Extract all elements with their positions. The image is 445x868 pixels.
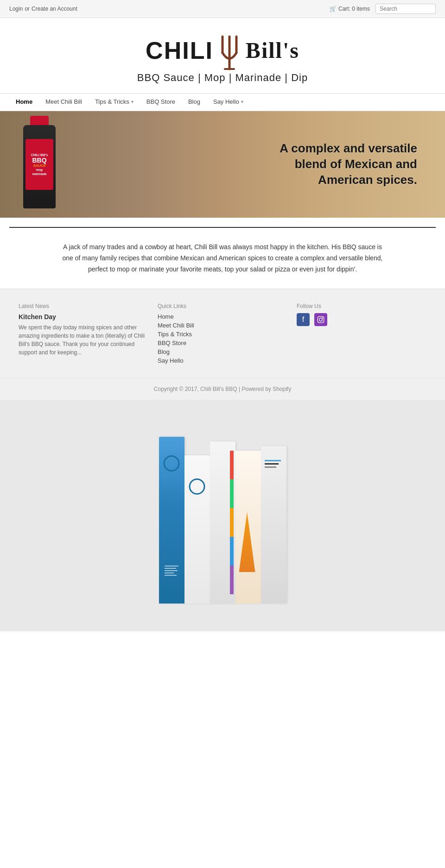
top-bar-right: 🛒 Cart: 0 items — [330, 4, 436, 14]
divider — [9, 227, 436, 228]
hero-tagline-line2: blend of Mexican and — [280, 157, 417, 172]
hero-banner: CHILI Bill's BBQ SAUCE mop marinade A co… — [0, 111, 445, 218]
copyright: Copyright © 2017, Chili Bill's BBQ | Pow… — [0, 378, 445, 400]
tips-tricks-chevron: ▾ — [131, 99, 134, 104]
bottle-sauce-text: SAUCE — [33, 164, 46, 168]
bottle-cap — [30, 116, 49, 125]
login-link[interactable]: Login — [9, 6, 23, 12]
create-account-link[interactable]: Create an Account — [32, 6, 77, 12]
logo-chili: CHILI — [146, 38, 213, 63]
footer-news-section: Latest News Kitchen Day We spent the day… — [19, 303, 148, 364]
bottle-marinade-text: marinade — [32, 172, 46, 176]
bottle-label: CHILI Bill's BBQ SAUCE mop marinade — [25, 139, 53, 190]
product-bottle: CHILI Bill's BBQ SAUCE mop marinade — [19, 116, 60, 213]
about-text: A jack of many trades and a cowboy at he… — [42, 237, 403, 289]
quick-links-heading: Quick Links — [158, 303, 287, 309]
cart-link[interactable]: 🛒 Cart: 0 items — [330, 6, 370, 12]
spine-line — [165, 572, 174, 573]
spine-line — [165, 568, 176, 569]
latest-news-heading: Latest News — [19, 303, 148, 309]
hero-tagline-line3: American spices. — [280, 172, 417, 188]
cart-icon: 🛒 — [330, 6, 337, 12]
facebook-icon[interactable]: f — [297, 313, 310, 326]
nav-bbq-store[interactable]: BBQ Store — [140, 94, 182, 111]
spine5-lines — [265, 460, 281, 468]
news-text: We spent the day today mixing spices and… — [19, 323, 148, 357]
logo-bills: Bill's — [246, 39, 299, 62]
book-spine-3 — [210, 441, 235, 604]
book-spine-2 — [184, 455, 210, 604]
news-title[interactable]: Kitchen Day — [19, 313, 148, 321]
hero-tagline: A complex and versatile blend of Mexican… — [280, 141, 417, 188]
footer-link-meet[interactable]: Meet Chili Bill — [158, 322, 287, 329]
bottle-body: CHILI Bill's BBQ SAUCE mop marinade — [23, 125, 56, 208]
search-input[interactable] — [375, 4, 436, 14]
footer: Latest News Kitchen Day We spent the day… — [0, 289, 445, 378]
spine4-triangle — [239, 512, 255, 572]
spine-circle — [164, 455, 180, 472]
spine-bar — [265, 460, 281, 461]
logo-area: CHILI Bill's BBQ Sauce | Mop | Marinade … — [0, 18, 445, 93]
book-spine-5 — [261, 446, 286, 604]
hero-tagline-line1: A complex and versatile — [280, 141, 417, 157]
spine2-circle — [189, 478, 205, 495]
footer-links-section: Quick Links Home Meet Chili Bill Tips & … — [158, 303, 287, 364]
follow-us-heading: Follow Us — [297, 303, 426, 309]
say-hello-chevron: ▾ — [241, 99, 243, 104]
footer-link-tips[interactable]: Tips & Tricks — [158, 331, 287, 338]
book-spine-4 — [235, 451, 261, 604]
bottle-mop-text: mop — [36, 168, 43, 172]
or-text: or — [25, 6, 30, 12]
logo-title: CHILI Bill's — [9, 32, 436, 69]
cart-label: Cart: 0 items — [338, 6, 370, 12]
instagram-icon[interactable] — [314, 313, 327, 326]
nav-meet-chili-bill[interactable]: Meet Chili Bill — [39, 94, 89, 111]
second-section — [0, 400, 445, 631]
footer-link-home[interactable]: Home — [158, 313, 287, 320]
svg-rect-5 — [318, 317, 324, 323]
footer-link-hello[interactable]: Say Hello — [158, 357, 287, 364]
spine-lines — [165, 566, 178, 576]
spine-bar — [265, 466, 276, 468]
hero-background: CHILI Bill's BBQ SAUCE mop marinade A co… — [0, 111, 445, 218]
nav-tips-tricks[interactable]: Tips & Tricks ▾ — [89, 94, 140, 111]
footer-links-list: Home Meet Chili Bill Tips & Tricks BBQ S… — [158, 313, 287, 364]
spine-line — [165, 570, 178, 571]
spine-line — [165, 575, 177, 576]
spine3-colorbar — [230, 451, 234, 594]
spine-line — [165, 566, 178, 566]
top-bar: Login or Create an Account 🛒 Cart: 0 ite… — [0, 0, 445, 18]
nav-home[interactable]: Home — [9, 94, 39, 111]
footer-link-store[interactable]: BBQ Store — [158, 340, 287, 346]
nav-say-hello[interactable]: Say Hello ▾ — [207, 94, 250, 111]
nav-blog[interactable]: Blog — [182, 94, 207, 111]
book-spine-1 — [159, 437, 184, 604]
book-spines — [159, 428, 286, 604]
bottle-bbq-text: BBQ — [32, 157, 46, 164]
main-nav: Home Meet Chili Bill Tips & Tricks ▾ BBQ… — [0, 93, 445, 111]
logo-pepper-icon — [213, 34, 246, 71]
footer-social-section: Follow Us f — [297, 303, 426, 364]
footer-link-blog[interactable]: Blog — [158, 348, 287, 355]
svg-point-7 — [322, 318, 323, 319]
logo-subtitle: BBQ Sauce | Mop | Marinade | Dip — [9, 72, 436, 84]
top-bar-left: Login or Create an Account — [9, 6, 77, 12]
svg-point-6 — [319, 318, 323, 321]
social-icons: f — [297, 313, 426, 326]
spine-bar — [265, 463, 279, 465]
